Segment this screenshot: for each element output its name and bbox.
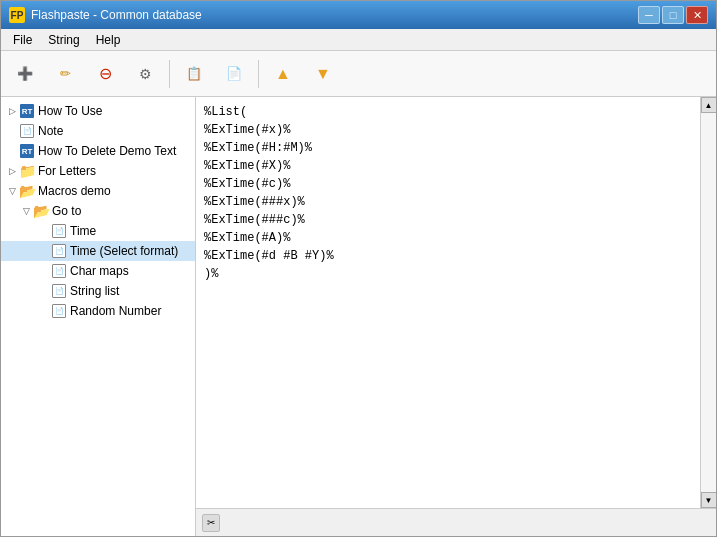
delete-button[interactable]	[87, 57, 123, 91]
content-panel: %List(%ExTime(#x)%%ExTime(#H:#M)%%ExTime…	[196, 97, 716, 536]
text-content: %List(%ExTime(#x)%%ExTime(#H:#M)%%ExTime…	[196, 97, 700, 508]
arrow-down-icon	[315, 65, 331, 83]
tree-item-how-to-delete[interactable]: ▷ RT How To Delete Demo Text	[1, 141, 195, 161]
folder-icon-for-letters: 📁	[19, 163, 35, 179]
label-macros-demo: Macros demo	[38, 184, 111, 198]
tree-item-char-maps[interactable]: ▷ 📄 Char maps	[1, 261, 195, 281]
label-for-letters: For Letters	[38, 164, 96, 178]
tree-item-note[interactable]: ▷ 📄 Note	[1, 121, 195, 141]
text-line: %ExTime(###c)%	[204, 211, 692, 229]
expander-for-letters: ▷	[5, 164, 19, 178]
label-random-number: Random Number	[70, 304, 161, 318]
close-button[interactable]: ✕	[686, 6, 708, 24]
content-row: %List(%ExTime(#x)%%ExTime(#H:#M)%%ExTime…	[196, 97, 716, 508]
txt-icon-string-list: 📄	[51, 283, 67, 299]
rtf-icon-how-to-delete: RT	[19, 143, 35, 159]
page-button[interactable]	[216, 57, 252, 91]
tree-item-macros-demo[interactable]: ▽ 📂 Macros demo	[1, 181, 195, 201]
label-how-to-use: How To Use	[38, 104, 102, 118]
move-up-button[interactable]	[265, 57, 301, 91]
txt-icon-note: 📄	[19, 123, 35, 139]
title-bar-buttons: ─ □ ✕	[638, 6, 708, 24]
label-go-to: Go to	[52, 204, 81, 218]
arrow-up-icon	[275, 65, 291, 83]
scroll-up-arrow[interactable]: ▲	[701, 97, 717, 113]
text-line: %ExTime(#H:#M)%	[204, 139, 692, 157]
title-bar: FP Flashpaste - Common database ─ □ ✕	[1, 1, 716, 29]
delete-icon	[99, 64, 112, 83]
text-line: %ExTime(#X)%	[204, 157, 692, 175]
clipboard-button[interactable]	[176, 57, 212, 91]
label-time: Time	[70, 224, 96, 238]
text-line: %ExTime(#A)%	[204, 229, 692, 247]
txt-icon-char-maps: 📄	[51, 263, 67, 279]
tree-item-time-select[interactable]: ▷ 📄 Time (Select format)	[1, 241, 195, 261]
folder-icon-macros-demo: 📂	[19, 183, 35, 199]
rtf-icon-how-to-use: RT	[19, 103, 35, 119]
title-bar-left: FP Flashpaste - Common database	[9, 7, 202, 23]
menu-bar: File String Help	[1, 29, 716, 51]
txt-icon-time-select: 📄	[51, 243, 67, 259]
settings-button[interactable]	[127, 57, 163, 91]
tree-item-random-number[interactable]: ▷ 📄 Random Number	[1, 301, 195, 321]
scrollbar-right[interactable]: ▲ ▼	[700, 97, 716, 508]
expander-how-to-use: ▷	[5, 104, 19, 118]
menu-help[interactable]: Help	[88, 31, 129, 48]
label-note: Note	[38, 124, 63, 138]
text-line: %ExTime(###x)%	[204, 193, 692, 211]
folder-icon-go-to: 📂	[33, 203, 49, 219]
menu-file[interactable]: File	[5, 31, 40, 48]
main-window: FP Flashpaste - Common database ─ □ ✕ Fi…	[0, 0, 717, 537]
label-string-list: String list	[70, 284, 119, 298]
toolbar-separator-1	[169, 60, 170, 88]
settings-icon	[139, 66, 152, 82]
scissors-icon[interactable]: ✂	[202, 514, 220, 532]
window-title: Flashpaste - Common database	[31, 8, 202, 22]
clipboard-icon	[186, 66, 202, 81]
tree-item-time[interactable]: ▷ 📄 Time	[1, 221, 195, 241]
expander-go-to: ▽	[19, 204, 33, 218]
scroll-track[interactable]	[701, 113, 716, 492]
app-icon: FP	[9, 7, 25, 23]
minimize-button[interactable]: ─	[638, 6, 660, 24]
bottom-bar: ✂	[196, 508, 716, 536]
toolbar-separator-2	[258, 60, 259, 88]
add-button[interactable]	[7, 57, 43, 91]
toolbar	[1, 51, 716, 97]
text-line: %ExTime(#x)%	[204, 121, 692, 139]
txt-icon-random-number: 📄	[51, 303, 67, 319]
text-line: %ExTime(#c)%	[204, 175, 692, 193]
text-line: )%	[204, 265, 692, 283]
add-icon	[17, 66, 33, 81]
move-down-button[interactable]	[305, 57, 341, 91]
label-char-maps: Char maps	[70, 264, 129, 278]
label-time-select: Time (Select format)	[70, 244, 178, 258]
tree-item-how-to-use[interactable]: ▷ RT How To Use	[1, 101, 195, 121]
scroll-down-arrow[interactable]: ▼	[701, 492, 717, 508]
edit-icon	[60, 66, 71, 81]
text-line: %List(	[204, 103, 692, 121]
edit-button[interactable]	[47, 57, 83, 91]
maximize-button[interactable]: □	[662, 6, 684, 24]
text-line: %ExTime(#d #B #Y)%	[204, 247, 692, 265]
menu-string[interactable]: String	[40, 31, 87, 48]
tree-item-for-letters[interactable]: ▷ 📁 For Letters	[1, 161, 195, 181]
tree-panel[interactable]: ▷ RT How To Use ▷ 📄 Note ▷ RT H	[1, 97, 196, 536]
txt-icon-time: 📄	[51, 223, 67, 239]
expander-macros-demo: ▽	[5, 184, 19, 198]
main-content: ▷ RT How To Use ▷ 📄 Note ▷ RT H	[1, 97, 716, 536]
page-icon	[226, 66, 242, 81]
label-how-to-delete: How To Delete Demo Text	[38, 144, 176, 158]
tree-item-string-list[interactable]: ▷ 📄 String list	[1, 281, 195, 301]
tree-item-go-to[interactable]: ▽ 📂 Go to	[1, 201, 195, 221]
